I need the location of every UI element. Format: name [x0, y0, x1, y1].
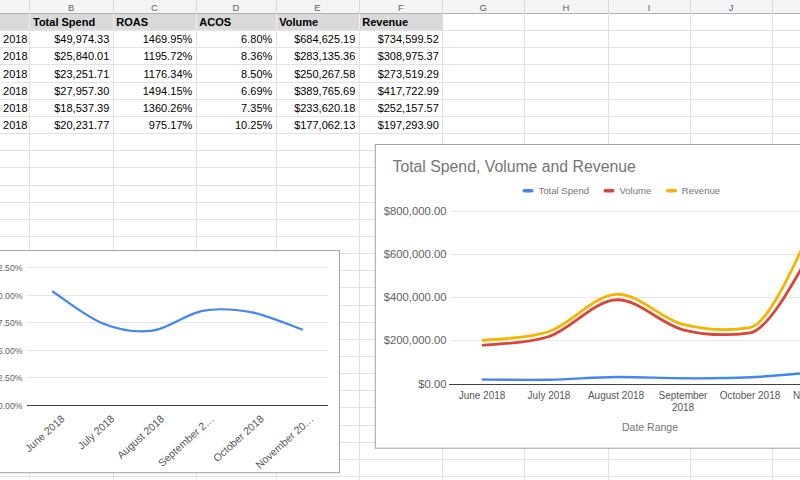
svg-text:$600,000.00: $600,000.00	[384, 248, 447, 260]
svg-text:8.36%: 8.36%	[241, 50, 272, 62]
svg-text:7.50%: 7.50%	[0, 318, 23, 328]
svg-text:$18,537.39: $18,537.39	[54, 102, 109, 114]
svg-text:0.00%: 0.00%	[0, 401, 23, 411]
svg-text:October 2018: October 2018	[0, 102, 28, 114]
svg-text:8.50%: 8.50%	[241, 68, 272, 80]
svg-text:November 2018: November 2018	[0, 119, 28, 131]
svg-text:$233,620.18: $233,620.18	[294, 102, 355, 114]
svg-text:$308,975.37: $308,975.37	[378, 50, 439, 62]
svg-text:1494.15%: 1494.15%	[143, 85, 193, 97]
svg-text:Volume: Volume	[279, 16, 318, 28]
svg-text:$389,765.69: $389,765.69	[294, 85, 355, 97]
svg-text:$252,157.57: $252,157.57	[378, 102, 439, 114]
svg-text:Date Range: Date Range	[622, 421, 678, 433]
svg-text:$734,599.52: $734,599.52	[378, 33, 439, 45]
svg-text:$200,000.00: $200,000.00	[384, 334, 447, 346]
svg-text:$49,974.33: $49,974.33	[54, 33, 109, 45]
svg-text:$177,062.13: $177,062.13	[294, 119, 355, 131]
svg-text:September 2018: September 2018	[0, 85, 28, 97]
svg-text:$0.00: $0.00	[418, 378, 446, 390]
svg-text:$25,840.01: $25,840.01	[54, 50, 109, 62]
svg-text:June 2018: June 2018	[0, 33, 28, 45]
svg-text:$27,957.30: $27,957.30	[54, 85, 109, 97]
svg-text:$273,519.29: $273,519.29	[378, 68, 439, 80]
svg-text:G: G	[480, 2, 487, 13]
svg-text:Revenue: Revenue	[682, 185, 720, 196]
svg-text:Total Spend: Total Spend	[538, 185, 589, 196]
svg-text:$800,000.00: $800,000.00	[384, 205, 447, 217]
svg-text:10.25%: 10.25%	[235, 119, 273, 131]
svg-text:975.17%: 975.17%	[149, 119, 193, 131]
svg-text:Revenue: Revenue	[362, 16, 408, 28]
svg-text:Volume: Volume	[619, 185, 651, 196]
svg-text:$250,267.58: $250,267.58	[294, 68, 355, 80]
svg-text:August 2018: August 2018	[588, 390, 645, 401]
svg-text:$684,625.19: $684,625.19	[294, 33, 355, 45]
svg-text:1176.34%: 1176.34%	[144, 68, 193, 80]
svg-text:1469.95%: 1469.95%	[143, 33, 193, 45]
svg-text:E: E	[314, 2, 320, 13]
svg-text:2018: 2018	[672, 402, 695, 413]
svg-text:5.00%: 5.00%	[0, 346, 23, 356]
svg-text:August 2018: August 2018	[0, 68, 28, 80]
svg-text:$23,251.71: $23,251.71	[54, 68, 109, 80]
svg-text:June 2018: June 2018	[459, 390, 506, 401]
svg-text:H: H	[563, 2, 570, 13]
svg-text:$20,231.77: $20,231.77	[54, 119, 109, 131]
svg-text:ACOS: ACOS	[199, 16, 231, 28]
svg-text:July 2018: July 2018	[0, 50, 28, 62]
svg-text:October 2018: October 2018	[720, 390, 781, 401]
svg-text:Total Spend: Total Spend	[33, 16, 95, 28]
svg-text:July 2018: July 2018	[528, 390, 571, 401]
svg-text:2.50%: 2.50%	[0, 373, 23, 383]
svg-text:6.69%: 6.69%	[241, 85, 272, 97]
svg-text:September: September	[659, 390, 709, 401]
svg-text:$417,722.99: $417,722.99	[378, 85, 439, 97]
svg-text:6.80%: 6.80%	[241, 33, 272, 45]
svg-text:$400,000.00: $400,000.00	[384, 291, 447, 303]
svg-text:D: D	[233, 2, 240, 13]
svg-text:B: B	[68, 2, 74, 13]
svg-text:I: I	[648, 2, 651, 13]
svg-text:7.35%: 7.35%	[241, 102, 272, 114]
svg-text:November 2018: November 2018	[793, 390, 800, 401]
svg-text:F: F	[398, 2, 404, 13]
svg-text:$197,293.90: $197,293.90	[378, 119, 439, 131]
svg-text:12.50%: 12.50%	[0, 263, 23, 273]
svg-text:Total Spend, Volume and Revenu: Total Spend, Volume and Revenue	[393, 158, 636, 175]
svg-text:10.00%: 10.00%	[0, 291, 23, 301]
svg-text:J: J	[729, 2, 734, 13]
svg-text:$283,135.36: $283,135.36	[294, 50, 355, 62]
svg-text:1360.26%: 1360.26%	[143, 102, 193, 114]
svg-text:1195.72%: 1195.72%	[144, 50, 193, 62]
svg-text:ROAS: ROAS	[116, 16, 148, 28]
svg-text:C: C	[151, 2, 158, 13]
